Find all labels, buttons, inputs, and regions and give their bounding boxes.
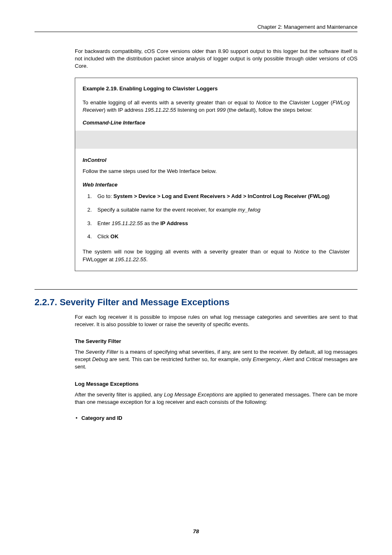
critical-term: Critical — [306, 356, 323, 362]
emergency-term: Emergency — [253, 356, 280, 362]
severity-filter-paragraph: The Severity Filter is a means of specif… — [75, 348, 357, 371]
section-divider — [35, 289, 357, 290]
step-1: Go to: System > Device > Log and Event R… — [93, 193, 350, 200]
notice-text: Notice — [256, 99, 271, 106]
text: . — [146, 256, 148, 263]
page-number: 78 — [35, 528, 357, 534]
log-message-exceptions-term: Log Message Exceptions — [164, 391, 224, 398]
text: and — [294, 356, 306, 362]
severity-filter-term: Severity Filter — [85, 349, 118, 355]
example-title: Example 2.19. Enabling Logging to Clavis… — [83, 85, 350, 92]
ok-label: OK — [111, 233, 119, 240]
code-block — [75, 131, 357, 149]
text: ) with IP address — [104, 107, 145, 113]
incontrol-heading: InControl — [83, 157, 350, 163]
ip-text: 195.11.22.55 — [145, 107, 176, 113]
log-message-exceptions-heading: Log Message Exceptions — [75, 381, 357, 387]
text: The system will now be logging all event… — [83, 249, 294, 255]
nav-path: System > Device > Log and Event Receiver… — [113, 193, 330, 199]
text: (the default), follow the steps below: — [226, 107, 312, 113]
section-intro: For each log receiver it is possible to … — [75, 313, 357, 328]
intro-paragraph: For backwards compatibility, cOS Core ve… — [75, 48, 357, 70]
section-heading: 2.2.7. Severity Filter and Message Excep… — [35, 297, 357, 308]
debug-term: Debug — [92, 356, 108, 362]
port-text: 999 — [217, 107, 226, 113]
example-name: my_fwlog — [238, 207, 261, 213]
step-2: Specify a suitable name for the event re… — [93, 206, 350, 214]
list-item: Category and ID — [81, 415, 357, 421]
ip-value: 195.11.22.55 — [112, 220, 143, 226]
cli-heading: Command-Line Interface — [83, 120, 350, 126]
text: as the — [143, 220, 161, 226]
ip-text: 195.11.22.55 — [115, 256, 146, 263]
step-4: Click OK — [93, 233, 350, 241]
alert-term: Alert — [283, 356, 294, 362]
example-description: To enable logging of all events with a s… — [83, 99, 350, 114]
text: Click — [97, 233, 111, 240]
severity-filter-heading: The Severity Filter — [75, 338, 357, 344]
text: to the Clavister Logger ( — [271, 99, 332, 106]
example-closing: The system will now be logging all event… — [83, 248, 350, 263]
text: Go to: — [97, 193, 113, 199]
log-message-exceptions-paragraph: After the severity filter is applied, an… — [75, 391, 357, 406]
incontrol-text: Follow the same steps used for the Web I… — [83, 168, 350, 174]
category-id-label: Category and ID — [81, 415, 122, 421]
text: listening on port — [176, 107, 217, 113]
chapter-header: Chapter 2: Management and Maintenance — [35, 24, 357, 32]
example-box: Example 2.19. Enabling Logging to Clavis… — [75, 78, 357, 271]
web-interface-heading: Web Interface — [83, 182, 350, 188]
text: are sent. This can be restricted further… — [108, 356, 253, 362]
text: The — [75, 349, 85, 355]
exceptions-list: Category and ID — [75, 415, 357, 421]
step-3: Enter 195.11.22.55 as the IP Address — [93, 220, 350, 228]
steps-list: Go to: System > Device > Log and Event R… — [83, 193, 350, 241]
text: After the severity filter is applied, an… — [75, 391, 164, 398]
notice-text: Notice — [294, 249, 309, 255]
field-label: IP Address — [160, 220, 188, 226]
text: Specify a suitable name for the event re… — [97, 207, 238, 213]
text: Enter — [97, 220, 112, 226]
text: To enable logging of all events with a s… — [83, 99, 256, 106]
